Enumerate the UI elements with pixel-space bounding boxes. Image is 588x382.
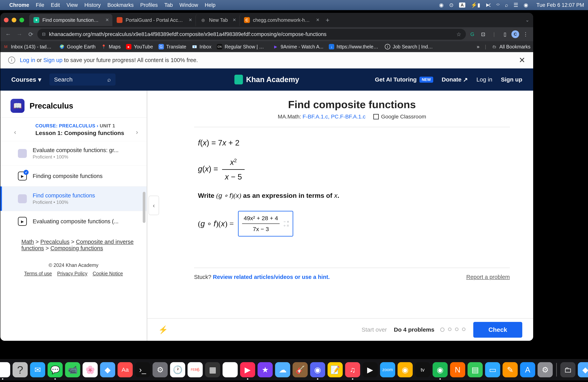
dock-zoom[interactable]: zoom xyxy=(380,362,395,377)
answer-input[interactable]: 49x² + 28 + 4 7x − 3 − ×÷ = xyxy=(238,211,293,236)
bookmark-item[interactable]: ▶9Anime - Watch A... xyxy=(273,44,323,50)
bookmark-item[interactable]: 🌍Google Earth xyxy=(59,44,95,50)
dock-app[interactable]: ⚙ xyxy=(153,362,168,377)
record-icon[interactable]: ◉ xyxy=(439,2,444,8)
browser-tab[interactable]: C chegg.com/homework-help/q ✕ xyxy=(240,14,323,26)
dock-notes[interactable]: 📝 xyxy=(328,362,343,377)
dock-settings[interactable]: ⚙ xyxy=(538,362,553,377)
browser-tab[interactable]: ✦ Find composite functions (pra ✕ xyxy=(29,14,112,26)
back-button[interactable]: ← xyxy=(3,30,13,39)
dock-app[interactable]: ▶ xyxy=(240,362,255,377)
dock-podcasts[interactable]: ◉ xyxy=(398,362,413,377)
dock-mail[interactable]: ✉ xyxy=(30,362,45,377)
lesson-item[interactable]: ▸ Finding composite functions xyxy=(0,166,147,186)
bluetooth-icon[interactable]: ⧔ xyxy=(486,2,491,8)
donate-link[interactable]: Donate↗ xyxy=(442,76,468,83)
menu-profiles[interactable]: Profiles xyxy=(140,2,158,8)
dock-photos[interactable]: 🌸 xyxy=(83,362,98,377)
menu-view[interactable]: View xyxy=(66,2,78,8)
crumb-link[interactable]: Precalculus xyxy=(41,239,70,245)
dock-garageband[interactable]: 🎸 xyxy=(293,362,308,377)
dock-pages[interactable]: ✎ xyxy=(503,362,518,377)
dock-chrome[interactable]: ◉ xyxy=(0,362,10,377)
address-bar[interactable]: ⊟ khanacademy.org/math/precalculus/x9e81… xyxy=(37,29,466,40)
dock-app[interactable]: ◆ xyxy=(578,362,588,377)
browser-tab[interactable]: PortalGuard - Portal Access ✕ xyxy=(112,14,196,26)
app-menu[interactable]: Chrome xyxy=(9,2,29,8)
close-icon[interactable]: ✕ xyxy=(105,18,109,22)
dock-appletv[interactable]: tv xyxy=(415,362,430,377)
dock-folder[interactable]: 🗀 xyxy=(560,362,576,377)
bookmark-item[interactable]: ↓https://www.theles... xyxy=(329,44,379,50)
dock-keynote[interactable]: ▭ xyxy=(485,362,500,377)
new-tab-button[interactable]: + xyxy=(326,16,330,24)
lang-icon[interactable]: A xyxy=(459,2,465,8)
dock-terminal[interactable]: ›_ xyxy=(135,362,150,377)
dock-calculator[interactable]: ▦ xyxy=(205,362,220,377)
menu-history[interactable]: History xyxy=(84,2,101,8)
lesson-item[interactable]: ▸ Evaluating composite functions (... xyxy=(0,211,147,232)
menu-file[interactable]: File xyxy=(36,2,44,8)
close-icon[interactable]: ✕ xyxy=(232,18,236,22)
signup-link[interactable]: Sign up xyxy=(43,57,63,63)
profile-avatar[interactable]: C xyxy=(511,30,519,38)
header-login-link[interactable]: Log in xyxy=(476,76,492,83)
dock-dictionary[interactable]: Aa xyxy=(118,362,133,377)
dock-facetime[interactable]: 📹 xyxy=(65,362,80,377)
courses-dropdown[interactable]: Courses▾ xyxy=(11,76,41,83)
dock-app[interactable]: N xyxy=(450,362,465,377)
dock-music[interactable]: ♫ xyxy=(345,362,360,377)
bookmark-star-icon[interactable]: ☆ xyxy=(456,31,461,38)
bookmark-item[interactable]: 📍Maps xyxy=(101,44,121,50)
close-icon[interactable]: ✕ xyxy=(316,18,319,22)
next-lesson-icon[interactable]: › xyxy=(136,128,138,136)
dock-reminders[interactable]: ☰ xyxy=(223,362,238,377)
bookmark-item[interactable]: CNRegular Show | Wa... xyxy=(217,44,267,50)
khan-logo[interactable]: Khan Academy xyxy=(234,75,299,85)
forward-button[interactable]: → xyxy=(15,30,24,39)
search-icon[interactable]: ⌕ xyxy=(505,2,508,8)
menu-window[interactable]: Window xyxy=(179,2,198,8)
battery-icon[interactable]: ⚡▮ xyxy=(471,2,480,8)
menu-edit[interactable]: Edit xyxy=(51,2,60,8)
login-link[interactable]: Log in xyxy=(20,57,35,63)
math-keypad-icon[interactable]: − ×÷ = xyxy=(284,220,289,228)
report-problem-link[interactable]: Report a problem xyxy=(466,274,510,280)
siri-icon[interactable]: ◉ xyxy=(524,2,528,8)
lesson-item[interactable]: Evaluate composite functions: gr... Prof… xyxy=(0,141,147,166)
dock-spotify[interactable]: ◉ xyxy=(433,362,448,377)
dock-discord[interactable]: ◉ xyxy=(310,362,325,377)
lesson-item-active[interactable]: Find composite functions Proficient • 10… xyxy=(0,186,147,211)
dock-numbers[interactable]: ▤ xyxy=(468,362,483,377)
bookmark-overflow-icon[interactable]: » xyxy=(477,44,480,50)
dock-app[interactable]: ★ xyxy=(258,362,273,377)
prev-lesson-icon[interactable]: ‹ xyxy=(14,128,16,136)
dock-weather[interactable]: ☁ xyxy=(275,362,290,377)
close-icon[interactable]: ✕ xyxy=(519,56,525,64)
menubar-clock[interactable]: Tue Feb 6 12:07 PM xyxy=(536,2,584,8)
check-button[interactable]: Check xyxy=(473,322,522,338)
search-input[interactable]: Search ⌕ xyxy=(49,74,116,85)
dock-help[interactable]: ? xyxy=(13,362,28,377)
crumb-link[interactable]: Composing functions xyxy=(50,245,103,251)
reload-button[interactable]: ⟳ xyxy=(26,30,35,39)
standard-link[interactable]: F-BF.A.1.c, PC.F-BF.A.1.c xyxy=(303,114,366,120)
extensions-icon[interactable]: ⊡ xyxy=(479,30,488,39)
menu-tab[interactable]: Tab xyxy=(164,2,173,8)
bookmark-item[interactable]: GTranslate xyxy=(158,44,186,50)
dock-clock[interactable]: 🕐 xyxy=(170,362,185,377)
bookmark-item[interactable]: iJob Search | Indeed xyxy=(385,44,435,50)
grammarly-icon[interactable]: G xyxy=(468,30,477,39)
bookmark-item[interactable]: ▸YouTube xyxy=(126,44,153,50)
dock-appstore[interactable]: A xyxy=(520,362,535,377)
kebab-menu-icon[interactable]: ⋮ xyxy=(521,30,530,39)
menu-help[interactable]: Help xyxy=(205,2,216,8)
window-controls[interactable] xyxy=(4,18,24,22)
close-icon[interactable]: ✕ xyxy=(189,18,192,22)
breadcrumb[interactable]: COURSE: PRECALCULUS › UNIT 1 xyxy=(35,123,139,128)
cookie-link[interactable]: Cookie Notice xyxy=(93,271,123,276)
site-info-icon[interactable]: ⊟ xyxy=(42,32,45,37)
scrollbar[interactable] xyxy=(143,192,146,223)
crumb-link[interactable]: Math xyxy=(21,239,34,245)
dock-calendar[interactable]: FEB6 xyxy=(188,362,203,377)
